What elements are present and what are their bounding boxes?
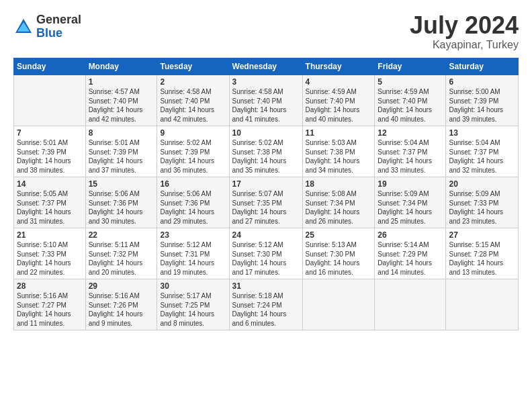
day-number: 4	[306, 77, 372, 87]
day-number: 13	[449, 128, 515, 138]
sunrise: Sunrise: 5:13 AM	[306, 241, 357, 248]
page: General Blue July 2024 Kayapinar, Turkey…	[0, 0, 532, 411]
sunset: Sunset: 7:39 PM	[449, 97, 498, 105]
sunrise: Sunrise: 4:58 AM	[160, 88, 211, 95]
col-sunday: Sunday	[14, 58, 86, 75]
sunset: Sunset: 7:39 PM	[89, 148, 138, 156]
day-info: Sunrise: 5:09 AM Sunset: 7:34 PM Dayligh…	[378, 189, 443, 226]
sunset: Sunset: 7:38 PM	[306, 148, 355, 156]
daylight: Daylight: 14 hours and 8 minutes.	[160, 310, 214, 327]
sunset: Sunset: 7:38 PM	[232, 148, 282, 156]
day-info: Sunrise: 5:00 AM Sunset: 7:39 PM Dayligh…	[449, 87, 515, 124]
day-number: 22	[89, 230, 154, 240]
day-info: Sunrise: 5:01 AM Sunset: 7:39 PM Dayligh…	[89, 138, 154, 175]
day-cell: 9 Sunrise: 5:02 AM Sunset: 7:39 PM Dayli…	[157, 126, 229, 177]
day-cell: 27 Sunrise: 5:15 AM Sunset: 7:28 PM Dayl…	[446, 228, 519, 279]
day-number: 10	[232, 128, 300, 138]
daylight: Daylight: 14 hours and 6 minutes.	[232, 310, 287, 327]
day-number: 11	[306, 128, 372, 138]
day-number: 25	[306, 230, 372, 240]
day-number: 7	[17, 128, 83, 138]
daylight: Daylight: 14 hours and 38 minutes.	[17, 157, 71, 174]
sunrise: Sunrise: 5:06 AM	[160, 190, 211, 197]
day-number: 19	[378, 179, 443, 189]
daylight: Daylight: 14 hours and 34 minutes.	[306, 157, 360, 174]
day-cell: 7 Sunrise: 5:01 AM Sunset: 7:39 PM Dayli…	[14, 126, 86, 177]
col-wednesday: Wednesday	[229, 58, 302, 75]
day-cell: 12 Sunrise: 5:04 AM Sunset: 7:37 PM Dayl…	[375, 126, 446, 177]
day-info: Sunrise: 5:15 AM Sunset: 7:28 PM Dayligh…	[449, 240, 515, 277]
day-cell	[302, 279, 375, 330]
day-number: 8	[89, 128, 154, 138]
sunrise: Sunrise: 5:14 AM	[378, 241, 429, 248]
day-info: Sunrise: 5:01 AM Sunset: 7:39 PM Dayligh…	[17, 138, 83, 175]
sunset: Sunset: 7:40 PM	[89, 97, 138, 105]
day-cell: 14 Sunrise: 5:05 AM Sunset: 7:37 PM Dayl…	[14, 177, 86, 228]
day-cell: 30 Sunrise: 5:17 AM Sunset: 7:25 PM Dayl…	[157, 279, 229, 330]
sunset: Sunset: 7:26 PM	[89, 302, 138, 309]
sunrise: Sunrise: 5:01 AM	[17, 139, 68, 146]
day-info: Sunrise: 5:02 AM Sunset: 7:38 PM Dayligh…	[232, 138, 300, 175]
day-number: 28	[17, 281, 83, 291]
day-number: 5	[378, 77, 443, 87]
daylight: Daylight: 14 hours and 20 minutes.	[89, 259, 143, 276]
sunrise: Sunrise: 5:00 AM	[449, 88, 500, 95]
sunrise: Sunrise: 5:17 AM	[160, 292, 211, 300]
day-cell: 11 Sunrise: 5:03 AM Sunset: 7:38 PM Dayl…	[302, 126, 375, 177]
day-cell: 8 Sunrise: 5:01 AM Sunset: 7:39 PM Dayli…	[85, 126, 157, 177]
sunset: Sunset: 7:37 PM	[17, 199, 66, 207]
sunset: Sunset: 7:34 PM	[378, 199, 427, 207]
daylight: Daylight: 14 hours and 29 minutes.	[160, 208, 214, 225]
day-number: 23	[160, 230, 226, 240]
day-cell: 19 Sunrise: 5:09 AM Sunset: 7:34 PM Dayl…	[375, 177, 446, 228]
sunrise: Sunrise: 5:05 AM	[17, 190, 68, 197]
daylight: Daylight: 14 hours and 42 minutes.	[160, 106, 214, 123]
day-number: 1	[89, 77, 154, 87]
sunrise: Sunrise: 5:11 AM	[89, 241, 140, 248]
daylight: Daylight: 14 hours and 13 minutes.	[449, 259, 503, 276]
day-cell: 18 Sunrise: 5:08 AM Sunset: 7:34 PM Dayl…	[302, 177, 375, 228]
day-info: Sunrise: 4:58 AM Sunset: 7:40 PM Dayligh…	[232, 87, 300, 124]
sunrise: Sunrise: 5:09 AM	[449, 190, 500, 197]
day-info: Sunrise: 5:14 AM Sunset: 7:29 PM Dayligh…	[378, 240, 443, 277]
day-cell: 16 Sunrise: 5:06 AM Sunset: 7:36 PM Dayl…	[157, 177, 229, 228]
sunset: Sunset: 7:33 PM	[449, 199, 498, 207]
sunrise: Sunrise: 5:06 AM	[89, 190, 140, 197]
sunset: Sunset: 7:34 PM	[306, 199, 355, 207]
day-number: 17	[232, 179, 300, 189]
logo-blue: Blue	[36, 27, 81, 40]
daylight: Daylight: 14 hours and 30 minutes.	[89, 208, 143, 225]
day-info: Sunrise: 5:05 AM Sunset: 7:37 PM Dayligh…	[17, 189, 83, 226]
day-number: 3	[232, 77, 300, 87]
daylight: Daylight: 14 hours and 37 minutes.	[89, 157, 143, 174]
col-friday: Friday	[375, 58, 446, 75]
day-cell: 22 Sunrise: 5:11 AM Sunset: 7:32 PM Dayl…	[85, 228, 157, 279]
daylight: Daylight: 14 hours and 14 minutes.	[378, 259, 432, 276]
daylight: Daylight: 14 hours and 19 minutes.	[160, 259, 214, 276]
sunset: Sunset: 7:40 PM	[232, 97, 282, 105]
day-info: Sunrise: 5:12 AM Sunset: 7:30 PM Dayligh…	[232, 240, 300, 277]
day-number: 9	[160, 128, 226, 138]
sunset: Sunset: 7:40 PM	[306, 97, 355, 105]
sunset: Sunset: 7:32 PM	[89, 250, 138, 258]
day-info: Sunrise: 4:57 AM Sunset: 7:40 PM Dayligh…	[89, 87, 154, 124]
week-row-4: 21 Sunrise: 5:10 AM Sunset: 7:33 PM Dayl…	[14, 228, 519, 279]
day-number: 24	[232, 230, 300, 240]
day-info: Sunrise: 5:04 AM Sunset: 7:37 PM Dayligh…	[378, 138, 443, 175]
daylight: Daylight: 14 hours and 9 minutes.	[89, 310, 143, 327]
calendar-table: Sunday Monday Tuesday Wednesday Thursday…	[13, 58, 519, 330]
day-info: Sunrise: 5:03 AM Sunset: 7:38 PM Dayligh…	[306, 138, 372, 175]
daylight: Daylight: 14 hours and 25 minutes.	[378, 208, 432, 225]
logo-general: General	[36, 13, 81, 27]
day-info: Sunrise: 4:59 AM Sunset: 7:40 PM Dayligh…	[306, 87, 372, 124]
day-cell: 24 Sunrise: 5:12 AM Sunset: 7:30 PM Dayl…	[229, 228, 302, 279]
day-info: Sunrise: 5:09 AM Sunset: 7:33 PM Dayligh…	[449, 189, 515, 226]
daylight: Daylight: 14 hours and 32 minutes.	[449, 157, 503, 174]
sunset: Sunset: 7:40 PM	[378, 97, 427, 105]
daylight: Daylight: 14 hours and 42 minutes.	[89, 106, 143, 123]
daylight: Daylight: 14 hours and 17 minutes.	[232, 259, 287, 276]
daylight: Daylight: 14 hours and 35 minutes.	[232, 157, 287, 174]
main-title: July 2024	[410, 13, 519, 38]
daylight: Daylight: 14 hours and 27 minutes.	[232, 208, 287, 225]
day-number: 29	[89, 281, 154, 291]
